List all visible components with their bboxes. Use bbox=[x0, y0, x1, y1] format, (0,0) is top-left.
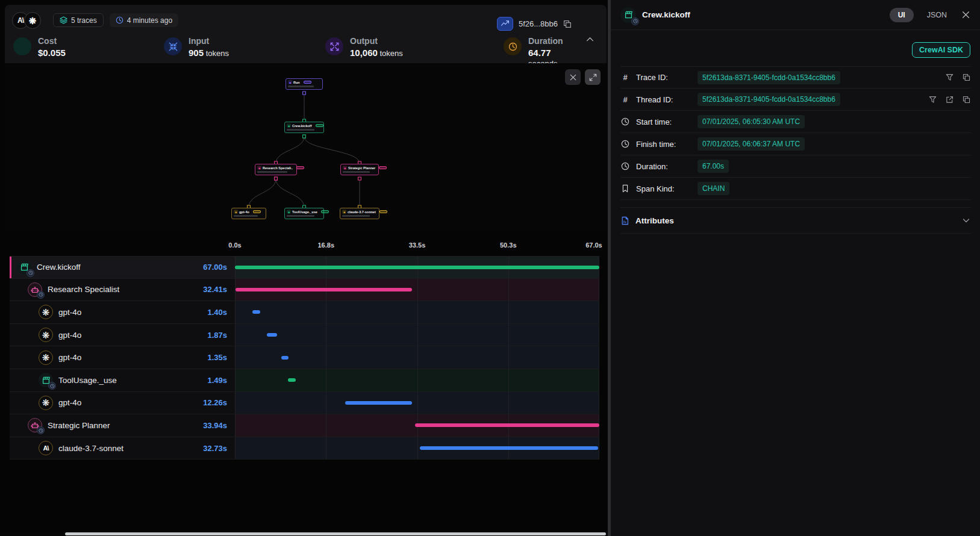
filter-icon[interactable] bbox=[929, 96, 937, 104]
span-row[interactable]: Crew.kickoff67.00s bbox=[10, 256, 599, 279]
field-value-chip[interactable]: 07/01/2025, 06:06:37 AM UTC bbox=[698, 137, 805, 151]
hash-icon: # bbox=[620, 95, 630, 104]
span-duration: 32.73s bbox=[203, 444, 227, 453]
span-row[interactable]: ❋gpt-4o1.35s bbox=[10, 346, 599, 369]
stat-label: Input bbox=[189, 36, 229, 46]
span-row-label: Research Specialist32.41s bbox=[10, 279, 235, 301]
hash-icon: # bbox=[620, 73, 630, 82]
traces-count-badge[interactable]: 5 traces bbox=[53, 13, 104, 27]
span-duration: 12.26s bbox=[203, 398, 227, 407]
span-bar bbox=[281, 356, 289, 360]
layers-icon bbox=[60, 16, 67, 24]
gridline bbox=[235, 437, 236, 460]
span-row[interactable]: ❋gpt-4o12.26s bbox=[10, 392, 599, 415]
openai-icon: ❋ bbox=[39, 351, 53, 365]
span-timeline-cell bbox=[235, 369, 599, 391]
stat-label: Cost bbox=[38, 36, 66, 46]
graph-expand-button[interactable] bbox=[585, 69, 601, 85]
field-value-chip[interactable]: 67.00s bbox=[698, 160, 729, 173]
filter-icon[interactable] bbox=[946, 73, 953, 81]
graph-node-run[interactable]: ■Run bbox=[286, 78, 323, 90]
field-value-chip[interactable]: CHAIN bbox=[698, 182, 729, 195]
span-row[interactable]: ❋gpt-4o1.87s bbox=[10, 324, 599, 347]
span-bar bbox=[345, 401, 412, 405]
graph-node-icon: ■ bbox=[257, 166, 261, 170]
graph-close-button[interactable] bbox=[565, 69, 581, 85]
span-row[interactable]: A\claude-3.7-sonnet32.73s bbox=[10, 437, 599, 460]
time-tick: 16.8s bbox=[317, 242, 334, 249]
openai-logo-icon: ❋ bbox=[24, 12, 41, 29]
stat-value: 10,060 tokens bbox=[350, 48, 403, 58]
graph-node-label: claude-3.7-sonnet bbox=[348, 210, 376, 214]
span-row[interactable]: Strategic Planner33.94s bbox=[10, 414, 599, 437]
detail-header: Crew.kickoff UI JSON bbox=[611, 0, 980, 30]
field-label: Thread ID: bbox=[636, 95, 691, 104]
clock-badge-icon bbox=[27, 269, 34, 277]
gridline bbox=[599, 324, 599, 346]
copy-icon[interactable] bbox=[963, 73, 970, 81]
span-row[interactable]: ToolUsage._use1.49s bbox=[10, 369, 599, 392]
trace-chart-button[interactable] bbox=[497, 17, 513, 31]
horizontal-scrollbar-thumb[interactable] bbox=[65, 532, 606, 535]
gridline bbox=[599, 301, 599, 323]
traces-count-label: 5 traces bbox=[71, 16, 97, 25]
span-duration: 67.00s bbox=[203, 263, 227, 272]
expand-icon bbox=[589, 73, 597, 81]
gridline bbox=[508, 346, 509, 369]
field-value-chip[interactable]: 5f2613da-8371-9405-fcdd-0a1534cc8bb6 bbox=[698, 93, 840, 106]
chevron-up-icon[interactable] bbox=[585, 35, 595, 44]
anthropic-icon: A\ bbox=[39, 441, 53, 455]
tab-ui[interactable]: UI bbox=[890, 8, 914, 22]
gridline bbox=[235, 346, 236, 369]
field-value-chip[interactable]: 5f2613da-8371-9405-fcdd-0a1534cc8bb6 bbox=[698, 71, 840, 84]
stat-label: Output bbox=[350, 36, 403, 46]
chevron-down-icon[interactable] bbox=[962, 216, 970, 225]
time-tick: 33.5s bbox=[409, 242, 426, 249]
field-label: Trace ID: bbox=[636, 73, 691, 82]
graph-node-claude[interactable]: ■claude-3.7-sonnet bbox=[340, 208, 379, 219]
time-ago-label: 4 minutes ago bbox=[127, 16, 172, 25]
attributes-section-toggle[interactable]: Attributes bbox=[620, 207, 970, 234]
graph-node-strategic[interactable]: ■Strategic Planner bbox=[340, 164, 379, 175]
graph-node-icon: ■ bbox=[343, 166, 347, 170]
crew-icon bbox=[620, 7, 636, 23]
gridline bbox=[235, 301, 236, 323]
time-tick: 67.0s bbox=[585, 242, 602, 249]
gridline bbox=[417, 437, 418, 460]
span-bar bbox=[267, 333, 277, 337]
span-row-label: Strategic Planner33.94s bbox=[10, 414, 235, 437]
span-timeline-cell bbox=[235, 414, 599, 437]
close-panel-icon[interactable] bbox=[961, 10, 970, 19]
gridline bbox=[417, 392, 418, 414]
field-value-chip[interactable]: 07/01/2025, 06:05:30 AM UTC bbox=[698, 115, 805, 128]
span-duration: 1.49s bbox=[207, 376, 227, 385]
gridline bbox=[599, 437, 599, 460]
clock-icon bbox=[504, 37, 522, 55]
copy-icon[interactable] bbox=[563, 20, 572, 28]
tab-json[interactable]: JSON bbox=[927, 11, 947, 19]
clock-badge-icon bbox=[48, 382, 56, 390]
copy-icon[interactable] bbox=[963, 96, 970, 104]
close-icon bbox=[569, 73, 577, 81]
robot-icon bbox=[28, 282, 42, 297]
span-name: ToolUsage._use bbox=[58, 376, 117, 385]
span-row[interactable]: Research Specialist32.41s bbox=[10, 279, 599, 302]
gridline bbox=[508, 369, 509, 391]
graph-node-crew[interactable]: ■Crew.kickoff bbox=[284, 122, 324, 133]
external-icon[interactable] bbox=[946, 96, 953, 104]
span-timeline-cell bbox=[235, 301, 599, 323]
graph-node-icon: ■ bbox=[287, 210, 291, 214]
span-row[interactable]: ❋gpt-4o1.40s bbox=[10, 301, 599, 324]
graph-node-label: Research Speciali.. bbox=[263, 166, 293, 170]
gridline bbox=[417, 301, 418, 323]
graph-node-tool[interactable]: ■ToolUsage._use bbox=[284, 208, 324, 219]
graph-node-gpt[interactable]: ■gpt-4o bbox=[231, 208, 266, 219]
span-timeline-cell bbox=[235, 324, 599, 346]
graph-node-research[interactable]: ■Research Speciali.. bbox=[255, 164, 297, 175]
graph-node-subtext bbox=[234, 215, 258, 217]
graph-node-subtext bbox=[342, 215, 370, 217]
detail-field-row: #Trace ID:5f2613da-8371-9405-fcdd-0a1534… bbox=[620, 66, 970, 89]
gridline bbox=[417, 346, 418, 369]
span-row-label: ❋gpt-4o1.40s bbox=[10, 301, 235, 323]
span-timeline-cell bbox=[235, 346, 599, 369]
